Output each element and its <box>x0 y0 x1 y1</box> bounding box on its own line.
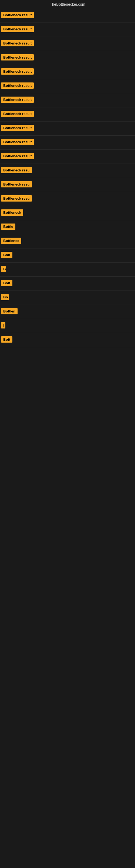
bottleneck-badge[interactable]: Bottleneck result <box>1 26 34 32</box>
bottleneck-badge[interactable]: Bott <box>1 252 12 258</box>
bottleneck-badge[interactable]: Bo <box>1 294 9 300</box>
list-item: Bott <box>0 248 135 262</box>
bottleneck-badge[interactable]: Bott <box>1 336 12 343</box>
list-item: Bottleneck result <box>0 23 135 37</box>
list-item: Bottleneck result <box>0 79 135 93</box>
list-item: Bottleneck resu <box>0 178 135 192</box>
list-item: Bottleneck result <box>0 93 135 107</box>
bottleneck-badge[interactable]: Bottleneck result <box>1 125 34 131</box>
bottleneck-badge[interactable]: Bottleneck result <box>1 139 34 145</box>
bottleneck-badge[interactable]: Bottleneck result <box>1 153 34 159</box>
bottleneck-badge[interactable]: B <box>1 266 6 272</box>
list-item: Bottlenec <box>0 235 135 248</box>
bottleneck-badge[interactable]: | <box>1 322 5 329</box>
bottleneck-badge[interactable]: Bottleneck result <box>1 12 34 18</box>
list-item: Bottleneck result <box>0 9 135 23</box>
list-item: Bottleneck <box>0 206 135 220</box>
bottleneck-badge[interactable]: Bottleneck result <box>1 40 34 46</box>
list-item: Bottleneck resu <box>0 164 135 178</box>
bottleneck-badge[interactable]: Bottleneck resu <box>1 195 32 202</box>
list-item: Bottleneck result <box>0 37 135 51</box>
bottleneck-badge[interactable]: Bottlen <box>1 308 17 314</box>
bottleneck-badge[interactable]: Bottleneck result <box>1 97 34 103</box>
list-item: Bottleneck result <box>0 51 135 65</box>
list-item: Bott <box>0 333 135 347</box>
list-item: | <box>0 319 135 333</box>
bottleneck-badge[interactable]: Bottleneck resu <box>1 181 32 187</box>
list-item: Bottle <box>0 220 135 235</box>
bottleneck-badge[interactable]: Bottleneck <box>1 209 23 216</box>
bottleneck-badge[interactable]: Bottleneck result <box>1 83 34 89</box>
rows-container: Bottleneck resultBottleneck resultBottle… <box>0 9 135 347</box>
list-item: Bottleneck resu <box>0 192 135 206</box>
site-title: TheBottlenecker.com <box>0 0 135 9</box>
bottleneck-badge[interactable]: Bottleneck resu <box>1 167 32 173</box>
list-item: Bottleneck result <box>0 150 135 164</box>
list-item: Bottleneck result <box>0 65 135 79</box>
list-item: Bott <box>0 277 135 291</box>
list-item: Bottleneck result <box>0 122 135 135</box>
bottleneck-badge[interactable]: Bott <box>1 280 12 286</box>
bottleneck-badge[interactable]: Bottleneck result <box>1 68 34 74</box>
list-item: Bottlen <box>0 305 135 319</box>
list-item: Bo <box>0 291 135 305</box>
bottleneck-badge[interactable]: Bottlenec <box>1 238 21 244</box>
bottleneck-badge[interactable]: Bottleneck result <box>1 111 34 117</box>
bottleneck-badge[interactable]: Bottleneck result <box>1 54 34 61</box>
bottleneck-badge[interactable]: Bottle <box>1 223 15 230</box>
list-item: B <box>0 262 135 277</box>
list-item: Bottleneck result <box>0 107 135 122</box>
list-item: Bottleneck result <box>0 135 135 150</box>
